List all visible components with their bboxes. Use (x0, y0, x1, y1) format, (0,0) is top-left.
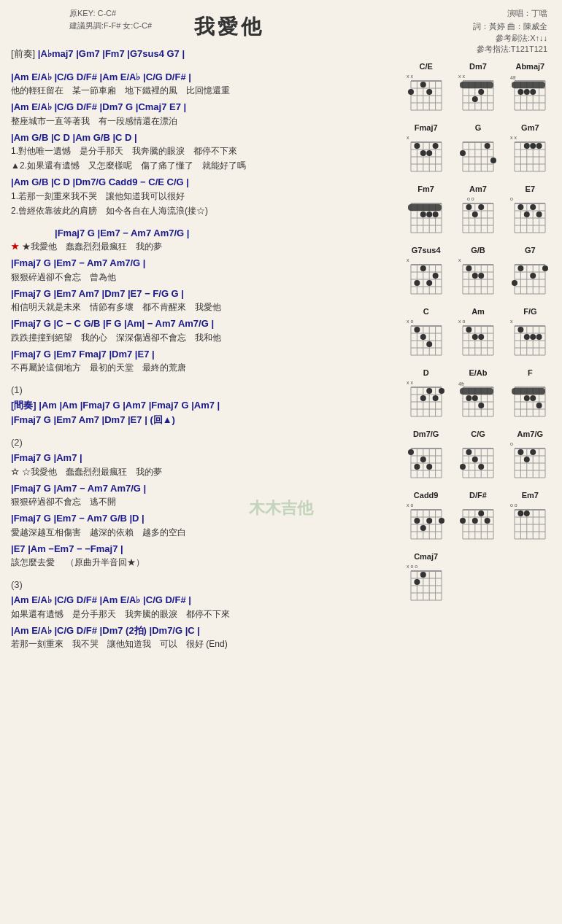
s3-chord2: |Am E/A♭ |C/G D/F# |Dm7 (2拍) |Dm7/G |C | (11, 624, 394, 638)
svg-point-289 (420, 457, 426, 462)
svg-point-257 (466, 395, 471, 401)
chorus-block4: |Fmaj7 G |C − C G/B |F G |Am| − Am7 Am7/… (11, 317, 394, 344)
section2-label: (2) (11, 437, 394, 448)
svg-point-90 (536, 143, 542, 149)
svg-point-211 (472, 334, 478, 340)
svg-point-13 (420, 82, 426, 88)
chord-c: C x o (401, 307, 450, 362)
s1-lyric1: 他的輕狂留在 某一節車廂 地下鐵裡的風 比回憶還重 (11, 84, 394, 97)
svg-point-196 (420, 334, 426, 340)
svg-text:x: x (407, 135, 409, 140)
interlude-chord1: [間奏] |Am |Am |Fmaj7 G |Am7 |Fmaj7 G |Am7… (11, 398, 394, 413)
chord-cg: C/G (453, 430, 502, 485)
chord-cmaj7: Cmaj7 x o o (401, 552, 450, 607)
svg-point-241 (420, 395, 426, 401)
svg-text:x  o: x o (458, 319, 465, 324)
svg-point-104 (426, 211, 432, 217)
svg-point-61 (432, 143, 438, 149)
svg-rect-102 (408, 204, 442, 211)
s1-lyric2: 整座城市一直等著我 有一段感情還在漂泊 (11, 114, 394, 128)
chord-eab: E/Ab 4fr (453, 368, 502, 424)
section2-block1: |Fmaj7 G |Am7 | ☆☆我愛他 蠢蠢烈烈最瘋狂 我的夢 (11, 451, 394, 478)
chord-cadd9: Cadd9 x o (401, 491, 450, 546)
s1-chord4: |Am G/B |C D |Dm7/G Cadd9 − C/E C/G | (11, 175, 394, 190)
svg-point-75 (490, 158, 496, 163)
chord-fm7: Fm7 (401, 185, 450, 240)
chord-e7: E7 o (506, 185, 555, 240)
svg-point-275 (536, 403, 542, 408)
svg-point-197 (426, 341, 432, 347)
s2-lyric4: 該怎麼去愛 （原曲升半音回★） (11, 556, 394, 569)
svg-point-105 (432, 211, 438, 217)
chord-g7: G7 (506, 246, 555, 301)
chorus-lyric5: 不再屬於這個地方 最初的天堂 最終的荒唐 (11, 361, 394, 374)
svg-point-336 (439, 518, 444, 524)
svg-point-210 (466, 327, 471, 333)
svg-text:o: o (510, 441, 513, 446)
section3-block2: |Am E/A♭ |C/G D/F# |Dm7 (2拍) |Dm7/G |C |… (11, 624, 394, 651)
svg-point-335 (426, 518, 432, 524)
performer-info: 演唱：丁噹 詞：黃婷 曲：陳威全 (401, 7, 555, 33)
svg-point-118 (466, 204, 471, 210)
chord-f: F (506, 368, 555, 424)
svg-text:4fr: 4fr (510, 75, 517, 80)
section3-label: (3) (11, 579, 394, 590)
chorus-block5: |Fmaj7 G |Em7 Fmaj7 |Dm7 |E7 | 不再屬於這個地方 … (11, 347, 394, 375)
svg-point-318 (518, 449, 524, 455)
svg-rect-27 (460, 82, 493, 88)
s2-lyric2: 狠狠碎過卻不會忘 逃不開 (11, 495, 394, 508)
svg-point-274 (531, 395, 536, 401)
svg-text:x   o o: x o o (407, 564, 417, 569)
svg-point-334 (420, 525, 426, 531)
chord-g7sus4: G7sus4 x (401, 246, 450, 301)
svg-point-305 (478, 464, 484, 470)
section1-block1: |Am E/A♭ |C/G D/F# |Am E/A♭ |C/G D/F# | … (11, 70, 394, 98)
svg-point-29 (478, 89, 484, 95)
svg-point-333 (414, 518, 420, 524)
svg-point-167 (478, 273, 484, 279)
svg-point-14 (426, 89, 432, 95)
svg-point-258 (472, 395, 478, 401)
svg-point-195 (414, 327, 420, 333)
svg-point-73 (460, 150, 466, 156)
interlude-block: [間奏] |Am |Am |Fmaj7 G |Am7 |Fmaj7 G |Am7… (11, 398, 394, 427)
svg-point-350 (478, 510, 484, 516)
svg-point-180 (518, 265, 524, 271)
s1-chord2: |Am E/A♭ |C/G D/F# |Dm7 G |Cmaj7 E7 | (11, 100, 394, 114)
svg-point-288 (414, 464, 420, 470)
svg-point-136 (536, 211, 542, 217)
svg-point-365 (524, 510, 530, 516)
section1-block2: |Am E/A♭ |C/G D/F# |Dm7 G |Cmaj7 E7 | 整座… (11, 100, 394, 128)
chorus-lyric2: 狠狠碎過卻不會忘 曾為他 (11, 271, 394, 284)
svg-text:4fr: 4fr (458, 381, 465, 387)
s1-lyric3-1: 1.對他唯一遺憾 是分手那天 我奔騰的眼淚 都停不下來 (11, 144, 394, 158)
svg-point-319 (524, 457, 530, 462)
chorus-block1: |Fmaj7 G |Em7 − Am7 Am7/G | ★ ★我愛他 蠢蠢烈烈最… (11, 226, 394, 254)
svg-text:o  o: o o (467, 196, 474, 201)
svg-point-243 (432, 395, 438, 401)
chorus-block2: |Fmaj7 G |Em7 − Am7 Am7/G | 狠狠碎過卻不會忘 曾為他 (11, 256, 394, 284)
svg-text:x: x (458, 257, 461, 263)
svg-point-150 (420, 265, 426, 271)
chord-gb: G/B x (453, 246, 502, 301)
chorus-lyric4: 跌跌撞撞到絕望 我的心 深深傷過卻不會忘 我和他 (11, 331, 394, 344)
section3-block1: |Am E/A♭ |C/G D/F# |Am E/A♭ |C/G D/F# | … (11, 593, 394, 621)
svg-text:x x: x x (407, 380, 413, 385)
svg-text:x: x (510, 319, 513, 324)
svg-text:x: x (407, 257, 409, 263)
svg-point-228 (536, 334, 542, 340)
chorus-block3: |Fmaj7 G |Em7 Am7 |Dm7 |E7 − F/G G | 相信明… (11, 287, 394, 314)
svg-text:x x: x x (458, 74, 465, 79)
s2-chord4: |E7 |Am −Em7 − −Fmaj7 | (11, 542, 394, 556)
svg-point-166 (472, 273, 478, 279)
svg-point-242 (426, 388, 432, 394)
svg-point-135 (531, 204, 536, 210)
svg-text:o: o (510, 196, 513, 201)
interlude-label: (1) (11, 384, 394, 395)
svg-rect-272 (512, 388, 545, 395)
svg-point-151 (426, 280, 432, 286)
chorus-lyric3: 相信明天就是未來 情節有多壞 都不肯醒來 我愛他 (11, 300, 394, 314)
svg-point-287 (408, 449, 414, 455)
svg-point-134 (524, 211, 530, 217)
song-title: 我愛他 (194, 7, 264, 44)
